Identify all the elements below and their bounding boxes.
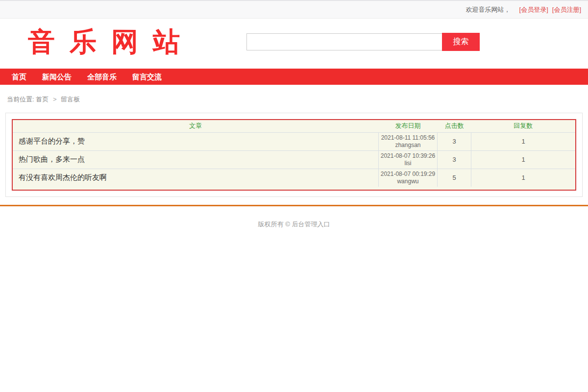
column-header-clicks: 点击数 xyxy=(438,120,471,132)
nav-item-news[interactable]: 新闻公告 xyxy=(34,69,79,85)
message-table-box: 文章 发布日期 点击数 回复数 感谢平台的分享，赞 2021-08-11 11:… xyxy=(12,119,576,191)
message-date: 2021-08-11 11:05:56 xyxy=(379,134,438,142)
breadcrumb-separator: > xyxy=(53,96,57,103)
content-panel: 文章 发布日期 点击数 回复数 感谢平台的分享，赞 2021-08-11 11:… xyxy=(5,113,583,197)
message-author: wangwu xyxy=(379,178,438,185)
message-replies: 1 xyxy=(471,169,575,187)
nav-item-message-board[interactable]: 留言交流 xyxy=(124,69,170,85)
breadcrumb: 当前位置: 首页 > 留言板 xyxy=(0,85,588,104)
column-header-replies: 回复数 xyxy=(471,120,575,132)
message-date: 2021-08-07 00:19:29 xyxy=(379,171,438,178)
breadcrumb-home-link[interactable]: 首页 xyxy=(36,96,49,103)
message-date-author: 2021-08-07 00:19:29 wangwu xyxy=(378,169,438,187)
table-row: 热门歌曲，多来一点 2021-08-07 10:39:26 lisi 3 1 xyxy=(13,150,575,169)
table-row: 有没有喜欢周杰伦的听友啊 2021-08-07 00:19:29 wangwu … xyxy=(13,169,575,187)
message-clicks: 5 xyxy=(438,169,471,187)
welcome-text: 欢迎音乐网站， xyxy=(466,5,511,14)
table-header-row: 文章 发布日期 点击数 回复数 xyxy=(13,120,575,132)
message-clicks: 3 xyxy=(438,132,471,150)
message-title-link[interactable]: 有没有喜欢周杰伦的听友啊 xyxy=(13,169,378,187)
member-register-link[interactable]: [会员注册] xyxy=(552,5,581,14)
nav-item-all-music[interactable]: 全部音乐 xyxy=(79,69,124,85)
message-title-link[interactable]: 热门歌曲，多来一点 xyxy=(13,150,378,169)
search-button[interactable]: 搜索 xyxy=(442,33,480,51)
site-logo: 音乐网站 xyxy=(28,28,195,55)
message-title-link[interactable]: 感谢平台的分享，赞 xyxy=(13,132,378,150)
main-nav: 首页 新闻公告 全部音乐 留言交流 xyxy=(0,69,588,85)
nav-item-home[interactable]: 首页 xyxy=(4,69,34,85)
copyright-text: 版权所有 © xyxy=(258,220,290,228)
message-date: 2021-08-07 10:39:26 xyxy=(379,152,438,160)
message-replies: 1 xyxy=(471,150,575,169)
message-date-author: 2021-08-07 10:39:26 lisi xyxy=(378,150,438,169)
top-bar: 欢迎音乐网站， [会员登录] [会员注册] xyxy=(0,0,588,19)
column-header-date: 发布日期 xyxy=(378,120,438,132)
search-bar: 搜索 xyxy=(246,33,480,51)
message-author: lisi xyxy=(379,160,438,167)
message-table: 文章 发布日期 点击数 回复数 感谢平台的分享，赞 2021-08-11 11:… xyxy=(13,120,575,187)
site-header: 音乐网站 搜索 xyxy=(0,19,588,69)
message-date-author: 2021-08-11 11:05:56 zhangsan xyxy=(378,132,438,150)
message-replies: 1 xyxy=(471,132,575,150)
table-row: 感谢平台的分享，赞 2021-08-11 11:05:56 zhangsan 3… xyxy=(13,132,575,150)
breadcrumb-prefix: 当前位置: xyxy=(7,96,34,103)
search-input[interactable] xyxy=(246,33,442,50)
site-footer: 版权所有 © 后台管理入口 xyxy=(0,205,588,239)
admin-entry-link[interactable]: 后台管理入口 xyxy=(292,220,330,228)
message-author: zhangsan xyxy=(379,142,438,149)
member-login-link[interactable]: [会员登录] xyxy=(519,5,548,14)
message-clicks: 3 xyxy=(438,150,471,169)
column-header-article: 文章 xyxy=(13,120,378,132)
breadcrumb-current: 留言板 xyxy=(61,96,80,103)
